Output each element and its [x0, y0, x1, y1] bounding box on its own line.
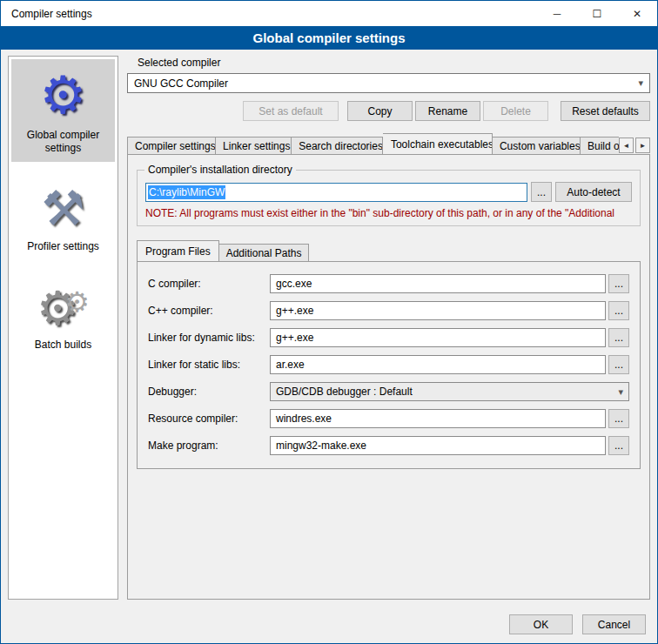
settings-sidebar: ⚙ Global compiler settings ⚒ Profiler se… — [8, 56, 118, 600]
window-title: Compiler settings — [1, 8, 92, 20]
installation-directory-group-title: Compiler's installation directory — [144, 164, 296, 176]
maximize-icon: ☐ — [593, 8, 602, 20]
c-compiler-value: gcc.exe — [276, 278, 312, 290]
chevron-down-icon: ▾ — [618, 386, 623, 398]
reset-defaults-button[interactable]: Reset defaults — [561, 101, 650, 121]
sidebar-item-global-compiler-settings[interactable]: ⚙ Global compiler settings — [11, 59, 115, 162]
auto-detect-button[interactable]: Auto-detect — [555, 182, 632, 202]
linker-static-browse-button[interactable]: ... — [608, 355, 629, 374]
c-compiler-browse-button[interactable]: ... — [608, 274, 629, 293]
debugger-label: Debugger: — [148, 386, 270, 398]
sidebar-item-label: Batch builds — [35, 339, 91, 352]
debugger-value: GDB/CDB debugger : Default — [276, 386, 413, 398]
installation-directory-row: C:\raylib\MinGW ... Auto-detect — [145, 182, 632, 202]
installation-directory-value: C:\raylib\MinGW — [148, 185, 225, 199]
set-as-default-button[interactable]: Set as default — [243, 101, 339, 121]
field-row-cpp-compiler: C++ compiler: g++.exe ... — [148, 301, 629, 320]
selected-compiler-label: Selected compiler — [138, 57, 650, 69]
make-program-browse-button[interactable]: ... — [608, 436, 629, 455]
close-icon: ✕ — [633, 8, 641, 20]
linker-static-input[interactable]: ar.exe — [270, 355, 606, 374]
gear-icon: ⚙ — [40, 64, 87, 122]
caption-buttons: ─ ☐ ✕ — [537, 1, 657, 26]
field-row-make-program: Make program: mingw32-make.exe ... — [148, 436, 629, 455]
cpp-compiler-browse-button[interactable]: ... — [608, 301, 629, 320]
debugger-dropdown[interactable]: GDB/CDB debugger : Default ▾ — [270, 382, 629, 401]
minimize-button[interactable]: ─ — [537, 1, 577, 26]
ok-button[interactable]: OK — [509, 614, 573, 634]
tab-scroll-buttons: ◄ ► — [619, 138, 650, 155]
compiler-action-buttons: Set as default Copy Rename Delete Reset … — [127, 101, 650, 121]
c-compiler-label: C compiler: — [148, 278, 270, 290]
tab-program-files[interactable]: Program Files — [137, 240, 219, 262]
make-program-value: mingw32-make.exe — [276, 439, 366, 452]
make-program-label: Make program: — [148, 439, 270, 452]
linker-dynamic-value: g++.exe — [276, 332, 313, 344]
selected-compiler-value: GNU GCC Compiler — [134, 77, 228, 90]
installation-directory-input[interactable]: C:\raylib\MinGW — [145, 183, 527, 202]
field-row-c-compiler: C compiler: gcc.exe ... — [148, 274, 629, 293]
sidebar-item-label: Global compiler settings — [13, 129, 113, 155]
program-files-panel: C compiler: gcc.exe ... C++ compiler: g+… — [137, 261, 641, 469]
installation-directory-group: Compiler's installation directory C:\ray… — [137, 170, 641, 226]
cpp-compiler-label: C++ compiler: — [148, 305, 270, 317]
field-row-resource-compiler: Resource compiler: windres.exe ... — [148, 409, 629, 428]
minimize-icon: ─ — [554, 8, 561, 20]
sidebar-item-label: Profiler settings — [27, 240, 99, 253]
program-files-tab-strip: Program Files Additional Paths — [137, 240, 641, 262]
cpp-compiler-value: g++.exe — [276, 305, 313, 317]
maximize-button[interactable]: ☐ — [577, 1, 617, 26]
tab-search-directories[interactable]: Search directories — [292, 137, 383, 155]
resource-compiler-value: windres.exe — [276, 413, 332, 425]
linker-dynamic-browse-button[interactable]: ... — [608, 328, 629, 347]
c-compiler-input[interactable]: gcc.exe — [270, 274, 606, 293]
chevron-down-icon: ▾ — [638, 77, 643, 89]
linker-static-label: Linker for static libs: — [148, 359, 270, 371]
settings-tab-strip: Compiler settings Linker settings Search… — [127, 133, 650, 155]
close-button[interactable]: ✕ — [617, 1, 657, 26]
tab-custom-variables[interactable]: Custom variables — [493, 137, 581, 155]
main-panel: Selected compiler GNU GCC Compiler ▾ Set… — [127, 56, 650, 600]
profiler-tool-icon: ⚒ — [41, 176, 84, 233]
page-title: Global compiler settings — [1, 26, 657, 50]
cancel-button[interactable]: Cancel — [582, 614, 646, 634]
tab-scroll-left-button[interactable]: ◄ — [619, 138, 634, 153]
make-program-input[interactable]: mingw32-make.exe — [270, 436, 606, 455]
dialog-content: ⚙ Global compiler settings ⚒ Profiler se… — [1, 50, 657, 606]
tab-scroll-right-button[interactable]: ► — [635, 138, 650, 153]
sidebar-item-profiler-settings[interactable]: ⚒ Profiler settings — [11, 171, 115, 260]
arrow-right-icon: ► — [640, 142, 647, 150]
note-text: NOTE: All programs must exist either in … — [145, 207, 632, 219]
cpp-compiler-input[interactable]: g++.exe — [270, 301, 606, 320]
title-bar[interactable]: Compiler settings ─ ☐ ✕ — [1, 1, 657, 26]
rename-button[interactable]: Rename — [415, 101, 480, 121]
compiler-settings-dialog: Compiler settings ─ ☐ ✕ Global compiler … — [0, 0, 658, 644]
dialog-footer: OK Cancel — [1, 606, 657, 643]
installation-directory-browse-button[interactable]: ... — [531, 182, 552, 202]
resource-compiler-label: Resource compiler: — [148, 413, 270, 425]
tab-toolchain-executables[interactable]: Toolchain executables — [383, 133, 493, 155]
tab-compiler-settings[interactable]: Compiler settings — [127, 137, 216, 155]
linker-dynamic-label: Linker for dynamic libs: — [148, 332, 270, 344]
delete-button[interactable]: Delete — [483, 101, 548, 121]
tab-additional-paths[interactable]: Additional Paths — [219, 244, 310, 262]
field-row-debugger: Debugger: GDB/CDB debugger : Default ▾ — [148, 382, 629, 401]
selected-compiler-dropdown[interactable]: GNU GCC Compiler ▾ — [127, 73, 650, 93]
tab-linker-settings[interactable]: Linker settings — [216, 137, 292, 155]
tab-build-options[interactable]: Build options — [581, 137, 619, 155]
field-row-linker-static: Linker for static libs: ar.exe ... — [148, 355, 629, 374]
gears-icon: ⚙⚙ — [37, 274, 90, 332]
arrow-left-icon: ◄ — [623, 142, 630, 150]
linker-dynamic-input[interactable]: g++.exe — [270, 328, 606, 347]
copy-button[interactable]: Copy — [347, 101, 413, 121]
sidebar-item-batch-builds[interactable]: ⚙⚙ Batch builds — [11, 269, 115, 359]
resource-compiler-browse-button[interactable]: ... — [608, 409, 629, 428]
resource-compiler-input[interactable]: windres.exe — [270, 409, 606, 428]
field-row-linker-dynamic: Linker for dynamic libs: g++.exe ... — [148, 328, 629, 347]
linker-static-value: ar.exe — [276, 359, 305, 371]
toolchain-executables-panel: Compiler's installation directory C:\ray… — [127, 154, 650, 600]
